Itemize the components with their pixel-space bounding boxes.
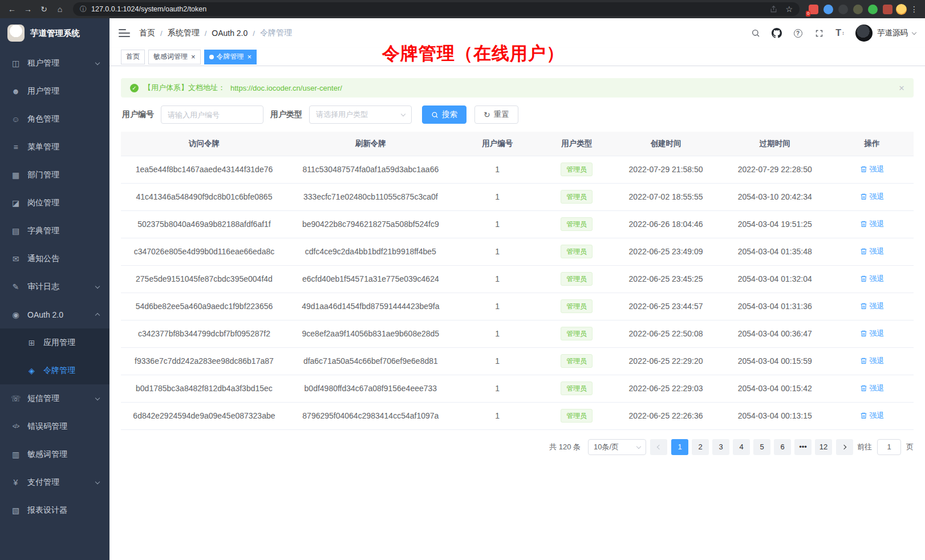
user-id-input[interactable] bbox=[161, 105, 263, 124]
sidebar-item-report-designer[interactable]: ▧ 报表设计器 bbox=[0, 496, 109, 524]
browser-back-button[interactable]: ← bbox=[5, 2, 19, 17]
extension-icon[interactable] bbox=[853, 5, 863, 14]
force-logout-button[interactable]: 强退 bbox=[860, 328, 885, 339]
doc-link[interactable]: https://doc.iocoder.cn/user-center/ bbox=[230, 84, 342, 92]
help-icon[interactable]: ? bbox=[792, 27, 804, 39]
sidebar-item-sms[interactable]: ☏ 短信管理 bbox=[0, 384, 109, 412]
expire-time-cell: 2054-03-04 00:36:47 bbox=[719, 320, 830, 347]
page-button[interactable]: 6 bbox=[774, 439, 791, 455]
browser-profile-avatar[interactable] bbox=[896, 4, 907, 15]
delete-icon bbox=[860, 275, 867, 282]
access-token-cell: b0d1785bc3a8482f812db4a3f3bd15ec bbox=[121, 375, 287, 402]
site-info-icon[interactable]: ⓘ bbox=[80, 5, 87, 14]
sidebar-item-oauth-app[interactable]: ⊞ 应用管理 bbox=[0, 328, 109, 356]
page-button[interactable]: 3 bbox=[712, 439, 729, 455]
goto-page-input[interactable] bbox=[877, 439, 901, 455]
force-logout-button[interactable]: 强退 bbox=[860, 164, 885, 175]
force-logout-button[interactable]: 强退 bbox=[860, 356, 885, 366]
extension-icon[interactable] bbox=[823, 5, 833, 14]
force-logout-button[interactable]: 强退 bbox=[860, 411, 885, 421]
page-size-select[interactable]: 10条/页 bbox=[588, 439, 646, 455]
refresh-token-cell: cdfc4ce9c2da4bb1bdf21b9918ff4be5 bbox=[287, 238, 454, 265]
sidebar-item-tenant[interactable]: ◫ 租户管理 bbox=[0, 49, 109, 77]
user-menu[interactable]: 芋道源码 bbox=[855, 25, 916, 42]
page-button[interactable]: 12 bbox=[815, 439, 832, 455]
breadcrumb-item-oauth[interactable]: OAuth 2.0 bbox=[212, 29, 248, 38]
action-cell: 强退 bbox=[830, 210, 914, 238]
sidebar-item-notice[interactable]: ✉ 通知公告 bbox=[0, 245, 109, 273]
tab-home[interactable]: 首页 bbox=[121, 50, 145, 64]
tab-close-icon[interactable]: × bbox=[248, 53, 252, 60]
token-icon: ◈ bbox=[27, 366, 36, 375]
expire-time-cell: 2054-03-04 00:13:15 bbox=[719, 402, 830, 429]
search-icon[interactable] bbox=[750, 27, 761, 39]
font-size-icon[interactable]: T↕ bbox=[834, 27, 846, 39]
refresh-token-cell: dfa6c71a50a54c66bef706ef9e6e8d81 bbox=[287, 347, 454, 375]
sidebar-item-user[interactable]: ☻ 用户管理 bbox=[0, 77, 109, 105]
sidebar-item-role[interactable]: ☺ 角色管理 bbox=[0, 105, 109, 133]
table-row: 41c41346a548490f9dc8b01c6bfe0865 333ecfc… bbox=[121, 183, 914, 210]
sidebar-item-pay[interactable]: ¥ 支付管理 bbox=[0, 468, 109, 496]
page-button[interactable]: 1 bbox=[671, 439, 688, 455]
alert-close-icon[interactable]: × bbox=[899, 83, 904, 93]
fullscreen-icon[interactable] bbox=[813, 27, 825, 39]
github-icon[interactable] bbox=[771, 27, 782, 39]
expire-time-cell: 2054-03-04 01:32:04 bbox=[719, 265, 830, 293]
sidebar-item-dict[interactable]: ▤ 字典管理 bbox=[0, 217, 109, 245]
extension-icon[interactable]: 0 bbox=[809, 5, 818, 14]
breadcrumb-item-home[interactable]: 首页 bbox=[139, 28, 155, 38]
force-logout-button[interactable]: 强退 bbox=[860, 219, 885, 229]
force-logout-button[interactable]: 强退 bbox=[860, 274, 885, 284]
browser-menu-icon[interactable]: ⋮ bbox=[908, 5, 920, 14]
top-header: 首页 / 系统管理 / OAuth 2.0 / 令牌管理 ? T↕ bbox=[109, 18, 925, 48]
page-button[interactable]: 2 bbox=[692, 439, 709, 455]
extension-icon[interactable] bbox=[868, 5, 878, 14]
extension-icon[interactable] bbox=[838, 5, 848, 14]
page-button[interactable]: ••• bbox=[794, 439, 812, 455]
user-type-badge: 管理员 bbox=[561, 327, 593, 340]
search-button[interactable]: 搜索 bbox=[422, 105, 466, 124]
sidebar-item-sensitive-word[interactable]: ▥ 敏感词管理 bbox=[0, 440, 109, 468]
sidebar-item-audit-log[interactable]: ✎ 审计日志 bbox=[0, 273, 109, 301]
sidebar-item-oauth[interactable]: ◉ OAuth 2.0 bbox=[0, 301, 109, 328]
tab-sensitive-word[interactable]: 敏感词管理 × bbox=[148, 50, 201, 64]
page-button[interactable]: 5 bbox=[753, 439, 770, 455]
tab-token[interactable]: 令牌管理 × bbox=[204, 50, 257, 64]
sidebar-item-menu[interactable]: ≡ 菜单管理 bbox=[0, 133, 109, 161]
force-logout-button[interactable]: 强退 bbox=[860, 246, 885, 257]
force-logout-button[interactable]: 强退 bbox=[860, 383, 885, 393]
alert-text: 【用户体系】文档地址： bbox=[144, 83, 225, 93]
access-token-cell: 6d842e2924594de9a09e45e087323abe bbox=[121, 402, 287, 429]
col-expire-time: 过期时间 bbox=[719, 132, 830, 156]
notice-icon: ✉ bbox=[11, 254, 21, 263]
page-button[interactable]: 4 bbox=[733, 439, 750, 455]
access-token-cell: 1ea5e44f8bc1467aaede43144f31de76 bbox=[121, 156, 287, 183]
force-logout-button[interactable]: 强退 bbox=[860, 192, 885, 202]
share-icon[interactable] bbox=[768, 3, 779, 15]
sidebar-item-error-code[interactable]: </> 错误码管理 bbox=[0, 412, 109, 440]
bookmark-star-icon[interactable]: ☆ bbox=[785, 5, 793, 13]
user-type-cell: 管理员 bbox=[541, 238, 612, 265]
user-id-cell: 1 bbox=[454, 210, 541, 238]
browser-home-button[interactable]: ⌂ bbox=[52, 2, 67, 17]
app-logo[interactable]: 芋道管理系统 bbox=[0, 18, 109, 48]
browser-forward-button[interactable]: → bbox=[21, 2, 35, 17]
breadcrumb-item-system[interactable]: 系统管理 bbox=[168, 28, 200, 38]
sidebar-item-post[interactable]: ◪ 岗位管理 bbox=[0, 189, 109, 217]
next-page-button[interactable] bbox=[836, 439, 853, 455]
sidebar-item-dept[interactable]: ▦ 部门管理 bbox=[0, 161, 109, 189]
user-id-cell: 1 bbox=[454, 347, 541, 375]
reset-button[interactable]: ↻ 重置 bbox=[474, 105, 518, 124]
tab-close-icon[interactable]: × bbox=[191, 53, 196, 60]
force-logout-button[interactable]: 强退 bbox=[860, 301, 885, 311]
user-type-label: 用户类型 bbox=[270, 109, 302, 120]
token-table-body: 1ea5e44f8bc1467aaede43144f31de76 811c530… bbox=[121, 156, 914, 429]
user-type-select[interactable]: 请选择用户类型 bbox=[309, 105, 412, 124]
sidebar-collapse-button[interactable] bbox=[119, 29, 130, 37]
sidebar: 芋道管理系统 ◫ 租户管理 ☻ 用户管理 ☺ 角色管理 ≡ 菜单管理 ▦ 部 bbox=[0, 18, 109, 560]
prev-page-button[interactable] bbox=[650, 439, 667, 455]
extension-icon[interactable] bbox=[883, 5, 892, 14]
browser-refresh-button[interactable]: ↻ bbox=[36, 2, 51, 17]
sidebar-item-oauth-token[interactable]: ◈ 令牌管理 bbox=[0, 356, 109, 384]
address-bar[interactable]: ⓘ 127.0.0.1:1024/system/oauth2/token ☆ bbox=[73, 2, 800, 16]
